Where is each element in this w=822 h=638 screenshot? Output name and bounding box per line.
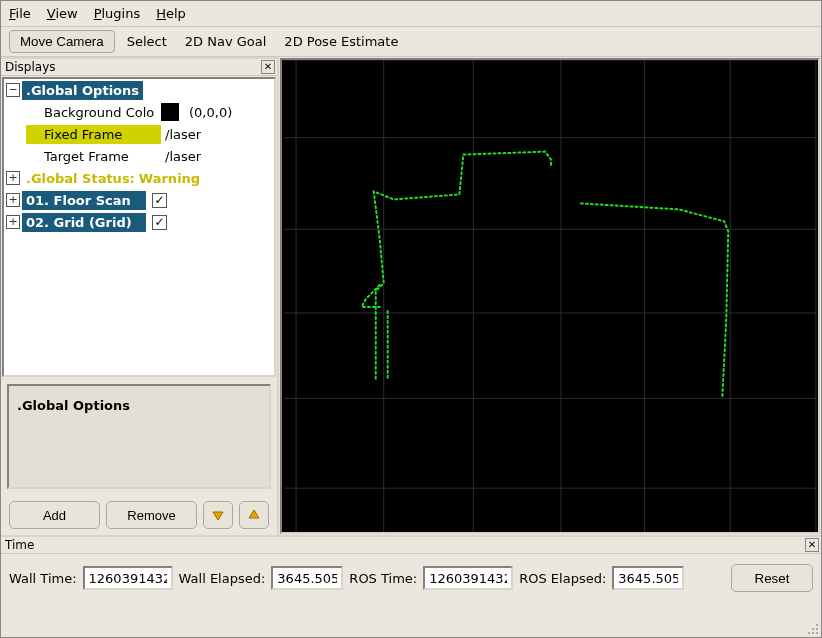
resize-grip-icon[interactable] bbox=[805, 621, 819, 635]
move-down-button[interactable] bbox=[203, 501, 233, 529]
time-panel: Time ✕ Wall Time: Wall Elapsed: ROS Time… bbox=[1, 535, 821, 602]
svg-point-19 bbox=[812, 632, 814, 634]
floor-scan-checkbox[interactable]: ✓ bbox=[152, 193, 167, 208]
svg-point-20 bbox=[816, 632, 818, 634]
menu-file[interactable]: File bbox=[9, 6, 31, 21]
time-title: Time bbox=[5, 538, 34, 552]
close-icon[interactable]: ✕ bbox=[805, 538, 819, 552]
collapse-icon[interactable]: − bbox=[6, 83, 20, 97]
description-box: .Global Options bbox=[7, 384, 271, 489]
svg-point-18 bbox=[808, 632, 810, 634]
expand-icon[interactable]: + bbox=[6, 193, 20, 207]
bg-color-swatch[interactable] bbox=[161, 103, 179, 121]
fixed-frame-label: Fixed Frame bbox=[26, 125, 161, 144]
target-frame-label: Target Frame bbox=[26, 147, 161, 166]
move-camera-button[interactable]: Move Camera bbox=[9, 30, 115, 53]
displays-panel: Displays ✕ − .Global Options Background … bbox=[1, 57, 279, 535]
menu-plugins[interactable]: Plugins bbox=[94, 6, 141, 21]
toolbar: Move Camera Select 2D Nav Goal 2D Pose E… bbox=[1, 27, 821, 57]
remove-button[interactable]: Remove bbox=[106, 501, 197, 529]
displays-title: Displays bbox=[5, 60, 55, 74]
wall-time-field[interactable] bbox=[83, 566, 173, 590]
global-status-label: .Global Status: bbox=[22, 169, 139, 188]
ros-time-label: ROS Time: bbox=[349, 571, 417, 586]
fixed-frame-value: /laser bbox=[161, 125, 205, 144]
ros-elapsed-label: ROS Elapsed: bbox=[519, 571, 606, 586]
tree-row-grid[interactable]: + 02. Grid (Grid) ✓ bbox=[4, 211, 274, 233]
menubar: File View Plugins Help bbox=[1, 1, 821, 27]
time-header: Time ✕ bbox=[1, 537, 821, 554]
tree-row-target-frame[interactable]: Target Frame /laser bbox=[4, 145, 274, 167]
app-window: File View Plugins Help Move Camera Selec… bbox=[0, 0, 822, 638]
select-button[interactable]: Select bbox=[121, 31, 173, 52]
grid-label: 02. Grid (Grid) bbox=[22, 213, 146, 232]
displays-button-row: Add Remove bbox=[1, 495, 277, 535]
time-row: Wall Time: Wall Elapsed: ROS Time: ROS E… bbox=[1, 554, 821, 602]
grid-checkbox[interactable]: ✓ bbox=[152, 215, 167, 230]
viz-svg bbox=[282, 60, 818, 532]
displays-tree[interactable]: − .Global Options Background Colo (0,0,0… bbox=[2, 77, 276, 377]
arrow-up-icon bbox=[247, 508, 261, 522]
displays-header: Displays ✕ bbox=[1, 59, 277, 76]
svg-point-15 bbox=[816, 624, 818, 626]
tree-row-global-status[interactable]: + .Global Status: Warning bbox=[4, 167, 274, 189]
wall-time-label: Wall Time: bbox=[9, 571, 77, 586]
bg-color-label: Background Colo bbox=[26, 103, 161, 122]
wall-elapsed-field[interactable] bbox=[271, 566, 343, 590]
menu-view[interactable]: View bbox=[47, 6, 78, 21]
expand-icon[interactable]: + bbox=[6, 215, 20, 229]
tree-row-fixed-frame[interactable]: Fixed Frame /laser bbox=[4, 123, 274, 145]
ros-time-field[interactable] bbox=[423, 566, 513, 590]
expand-icon[interactable]: + bbox=[6, 171, 20, 185]
svg-point-17 bbox=[816, 628, 818, 630]
svg-marker-1 bbox=[249, 510, 259, 518]
nav-goal-button[interactable]: 2D Nav Goal bbox=[179, 31, 273, 52]
menu-help[interactable]: Help bbox=[156, 6, 186, 21]
floor-scan-label: 01. Floor Scan bbox=[22, 191, 146, 210]
global-status-value: Warning bbox=[139, 169, 200, 188]
close-icon[interactable]: ✕ bbox=[261, 60, 275, 74]
wall-elapsed-label: Wall Elapsed: bbox=[179, 571, 266, 586]
move-up-button[interactable] bbox=[239, 501, 269, 529]
reset-button[interactable]: Reset bbox=[731, 564, 813, 592]
global-options-label: .Global Options bbox=[22, 81, 143, 100]
pose-estimate-button[interactable]: 2D Pose Estimate bbox=[278, 31, 404, 52]
svg-point-16 bbox=[812, 628, 814, 630]
main-area: Displays ✕ − .Global Options Background … bbox=[1, 57, 821, 535]
tree-row-bg-color[interactable]: Background Colo (0,0,0) bbox=[4, 101, 274, 123]
bg-color-value: (0,0,0) bbox=[185, 103, 236, 122]
tree-row-global-options[interactable]: − .Global Options bbox=[4, 79, 274, 101]
arrow-down-icon bbox=[211, 508, 225, 522]
3d-viewport[interactable] bbox=[280, 58, 820, 534]
target-frame-value: /laser bbox=[161, 147, 205, 166]
add-button[interactable]: Add bbox=[9, 501, 100, 529]
tree-row-floor-scan[interactable]: + 01. Floor Scan ✓ bbox=[4, 189, 274, 211]
svg-marker-0 bbox=[213, 512, 223, 520]
ros-elapsed-field[interactable] bbox=[612, 566, 684, 590]
